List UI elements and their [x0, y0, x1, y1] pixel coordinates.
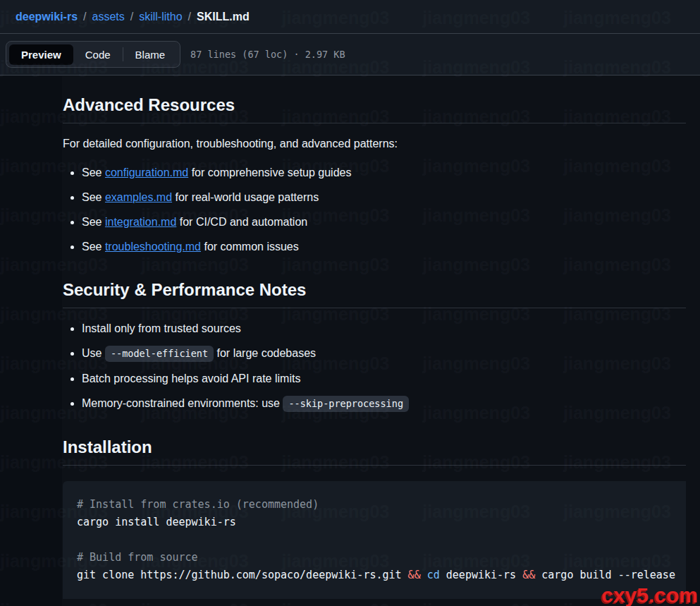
install-code-block: # Install from crates.io (recommended) c…: [63, 481, 686, 599]
list-item-text: Batch processing helps avoid API rate li…: [82, 372, 300, 384]
list-item: See examples.md for real-world usage pat…: [82, 188, 686, 206]
heading-advanced-resources: Advanced Resources: [63, 95, 686, 123]
list-item: Use --model-efficient for large codebase…: [82, 344, 686, 363]
list-item: See integration.md for CI/CD and automat…: [82, 213, 686, 231]
tab-preview[interactable]: Preview: [9, 44, 73, 65]
markdown-panel: Advanced Resources For detailed configur…: [62, 76, 700, 606]
code-text: deepwiki-rs: [440, 569, 522, 581]
breadcrumb-separator: /: [188, 11, 191, 23]
code-line: git clone https://github.com/sopaco/deep…: [77, 569, 675, 581]
link-examples-md[interactable]: examples.md: [105, 191, 172, 203]
list-item-text: Use: [82, 347, 105, 359]
file-path-bar: deepwiki-rs/assets/skill-litho/SKILL.md: [0, 0, 700, 34]
link-integration-md[interactable]: integration.md: [105, 216, 176, 228]
security-list: Install only from trusted sources Use --…: [63, 320, 686, 413]
list-item-text: for real-world usage patterns: [172, 191, 319, 203]
inline-code-skip-preprocessing: --skip-preprocessing: [283, 396, 409, 412]
markdown-body: Advanced Resources For detailed configur…: [62, 76, 700, 599]
tab-blame[interactable]: Blame: [123, 44, 178, 65]
list-item-text: for common issues: [201, 241, 299, 253]
code-text: [421, 569, 427, 581]
file-meta-info: 87 lines (67 loc) · 2.97 KB: [190, 49, 345, 60]
code-text: git clone https://github.com/sopaco/deep…: [77, 569, 408, 581]
list-item-text: Memory-constrained environments: use: [82, 397, 283, 409]
file-view-toolbar: Preview Code Blame 87 lines (67 loc) · 2…: [0, 34, 700, 75]
list-item: Install only from trusted sources: [82, 320, 686, 337]
list-item-text: See: [82, 191, 105, 203]
breadcrumb-repo-link[interactable]: deepwiki-rs: [16, 11, 78, 23]
code-operator: &&: [522, 569, 535, 581]
inline-code-model-efficient: --model-efficient: [105, 346, 214, 362]
breadcrumb: deepwiki-rs/assets/skill-litho/SKILL.md: [16, 11, 250, 23]
content-area: Advanced Resources For detailed configur…: [0, 76, 700, 606]
code-operator: &&: [408, 569, 421, 581]
list-item: See configuration.md for comprehensive s…: [82, 164, 686, 181]
list-item-text: Install only from trusted sources: [82, 322, 241, 334]
list-item-text: See: [82, 166, 105, 178]
breadcrumb-current-file: SKILL.md: [197, 11, 250, 23]
heading-security-performance: Security & Performance Notes: [63, 279, 686, 308]
link-configuration-md[interactable]: configuration.md: [105, 166, 188, 178]
resources-list: See configuration.md for comprehensive s…: [63, 164, 686, 255]
link-troubleshooting-md[interactable]: troubleshooting.md: [105, 241, 201, 253]
code-keyword-cd: cd: [427, 569, 440, 581]
code-line: cargo install deepwiki-rs: [77, 516, 236, 528]
list-item-text: for comprehensive setup guides: [188, 166, 351, 178]
list-item-text: for CI/CD and automation: [176, 216, 307, 228]
tab-code[interactable]: Code: [73, 44, 123, 65]
breadcrumb-separator: /: [83, 11, 86, 23]
list-item-text: See: [82, 216, 105, 228]
list-item: See troubleshooting.md for common issues: [82, 238, 686, 255]
list-item: Batch processing helps avoid API rate li…: [82, 370, 686, 387]
code-text: cargo build --release: [535, 569, 675, 581]
view-mode-segmented-control: Preview Code Blame: [6, 41, 180, 68]
list-item-text: for large codebases: [214, 347, 316, 359]
breadcrumb-dir-assets[interactable]: assets: [92, 11, 124, 23]
code-comment: # Build from source: [77, 551, 198, 564]
breadcrumb-separator: /: [130, 11, 133, 23]
list-item: Memory-constrained environments: use --s…: [82, 394, 686, 413]
breadcrumb-dir-skill-litho[interactable]: skill-litho: [139, 11, 182, 23]
code-comment: # Install from crates.io (recommended): [77, 498, 319, 511]
paragraph-resources-intro: For detailed configuration, troubleshoot…: [63, 135, 686, 152]
heading-installation: Installation: [63, 437, 686, 466]
list-item-text: See: [82, 241, 105, 253]
